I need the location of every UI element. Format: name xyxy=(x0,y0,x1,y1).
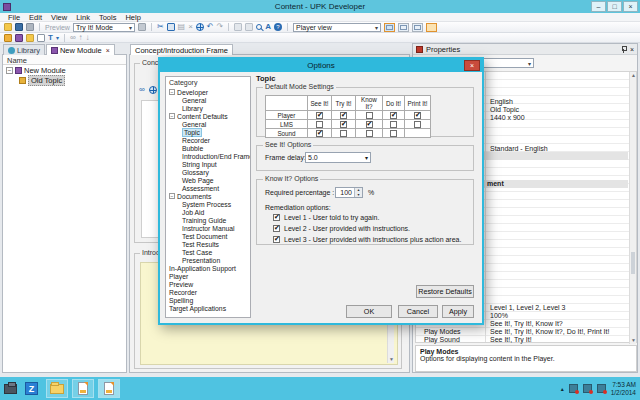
menu-view[interactable]: View xyxy=(51,13,67,22)
delete-icon[interactable]: × xyxy=(188,23,193,31)
category-item[interactable]: System Process xyxy=(169,200,250,208)
required-percentage-stepper[interactable]: 100 ▴▾ xyxy=(335,187,363,198)
scroll-down-icon[interactable]: ▼ xyxy=(388,356,395,363)
copy-icon[interactable] xyxy=(167,23,175,31)
checkbox-player-know-it[interactable] xyxy=(366,112,373,119)
restore-defaults-button[interactable]: Restore Defaults xyxy=(416,285,474,298)
dialog-close-button[interactable]: × xyxy=(464,60,480,71)
remediation-level-3[interactable]: Level 3 - User provided with instruction… xyxy=(273,236,461,243)
category-item[interactable]: Instructor Manual xyxy=(169,224,250,232)
category-item[interactable]: Introduction/End Frame xyxy=(169,152,250,160)
menu-help[interactable]: Help xyxy=(125,13,140,22)
save-icon[interactable] xyxy=(15,23,23,31)
property-value[interactable]: See It!, Try It!, Know It?, Do It!, Prin… xyxy=(490,328,609,335)
category-item[interactable]: General xyxy=(169,96,250,104)
ok-button[interactable]: OK xyxy=(346,305,392,318)
category-item-selected[interactable]: Topic xyxy=(169,128,250,136)
category-item[interactable]: −Content Defaults xyxy=(169,112,250,120)
property-value[interactable]: Standard - English xyxy=(490,145,548,152)
tray-status-icon-3[interactable] xyxy=(597,384,606,393)
property-value[interactable]: See It!, Try It!, Know It? xyxy=(490,320,563,327)
category-item[interactable]: Test Document xyxy=(169,232,250,240)
minimize-button[interactable]: – xyxy=(591,1,606,12)
scrollbar-thumb[interactable] xyxy=(631,252,635,274)
checkbox-sound-see-it[interactable] xyxy=(316,130,323,137)
tray-status-icon-2[interactable] xyxy=(583,384,592,393)
checkbox-level-3[interactable] xyxy=(273,236,280,243)
move-up-icon[interactable]: ↑ xyxy=(79,34,83,42)
frame-delay-select[interactable]: 5.0 ▾ xyxy=(305,152,371,163)
chevron-down-icon[interactable]: ▾ xyxy=(56,34,59,42)
tray-expand-icon[interactable]: ▴ xyxy=(561,385,564,392)
category-item[interactable]: Bubble xyxy=(169,144,250,152)
tab-new-module[interactable]: New Module × xyxy=(46,44,115,55)
stepper-arrows[interactable]: ▴▾ xyxy=(354,188,362,197)
taskbar-document-1[interactable] xyxy=(72,379,94,398)
category-item[interactable]: String Input xyxy=(169,160,250,168)
tab-library[interactable]: Library xyxy=(3,44,45,55)
new-module-icon[interactable] xyxy=(15,34,23,42)
maximize-button[interactable]: □ xyxy=(607,1,622,12)
scroll-down-icon[interactable]: ▼ xyxy=(630,337,637,344)
menu-tools[interactable]: Tools xyxy=(99,13,117,22)
concept-link-icon[interactable]: ∞ xyxy=(139,86,145,94)
property-value[interactable]: 100% xyxy=(490,312,508,319)
property-name[interactable]: Play Modes xyxy=(424,328,461,335)
checkbox-level-2[interactable] xyxy=(273,225,280,232)
start-button[interactable] xyxy=(4,379,17,398)
concept-globe-icon[interactable] xyxy=(149,86,157,94)
help-icon[interactable]: ? xyxy=(274,23,282,31)
category-item[interactable]: Player xyxy=(169,272,250,280)
collapse-icon[interactable]: − xyxy=(169,193,175,199)
checkbox-sound-know-it[interactable] xyxy=(366,130,373,137)
category-item[interactable]: Test Results xyxy=(169,240,250,248)
category-tree[interactable]: Category −Developer General Library −Con… xyxy=(165,76,251,318)
cancel-button[interactable]: Cancel xyxy=(398,305,438,318)
checkbox-player-see-it[interactable] xyxy=(316,112,323,119)
dialog-titlebar[interactable]: Options × xyxy=(160,59,482,72)
property-value[interactable]: Old Topic xyxy=(490,106,519,113)
document-properties-icon[interactable] xyxy=(37,34,45,42)
redo-icon[interactable]: ↷ xyxy=(217,23,224,31)
property-name[interactable]: Play Sound xyxy=(424,336,460,343)
open-folder-icon[interactable] xyxy=(4,23,12,31)
category-item[interactable]: Training Guide xyxy=(169,216,250,224)
tree-item-new-module[interactable]: − New Module xyxy=(3,65,126,75)
preview-pane-toggle-icon[interactable] xyxy=(426,23,437,32)
category-item[interactable]: −Documents xyxy=(169,192,250,200)
property-value[interactable]: See It!, Try It! xyxy=(490,336,532,343)
globe-icon[interactable] xyxy=(196,23,204,31)
category-item[interactable]: Recorder xyxy=(169,288,250,296)
player-view-select[interactable]: Player view ▾ xyxy=(293,23,381,32)
panel-close-icon[interactable]: × xyxy=(630,46,634,53)
view-outline-icon[interactable] xyxy=(384,23,395,32)
cut-icon[interactable]: ✂ xyxy=(157,23,164,31)
checkbox-sound-try-it[interactable] xyxy=(340,130,347,137)
find-icon[interactable] xyxy=(256,24,262,30)
checkbox-lms-see-it[interactable] xyxy=(316,121,323,128)
menu-file[interactable]: File xyxy=(8,13,20,22)
close-button[interactable]: × xyxy=(623,1,638,12)
category-item[interactable]: −Developer xyxy=(169,88,250,96)
collapse-all-icon[interactable] xyxy=(245,23,253,31)
tree-item-old-topic[interactable]: Old Topic xyxy=(3,75,126,85)
checkbox-level-1[interactable] xyxy=(273,214,280,221)
filter-icon[interactable]: T xyxy=(48,34,53,42)
grid-column-divider[interactable] xyxy=(485,72,486,342)
paste-icon[interactable]: ▤ xyxy=(178,23,186,31)
properties-scrollbar[interactable]: ▲ ▼ xyxy=(629,72,636,344)
category-item[interactable]: Target Applications xyxy=(169,304,250,312)
checkbox-lms-print-it[interactable] xyxy=(414,121,421,128)
category-item[interactable]: Test Case xyxy=(169,248,250,256)
checkbox-lms-know-it[interactable] xyxy=(366,121,373,128)
checkbox-player-try-it[interactable] xyxy=(340,112,347,119)
taskbar-z-app[interactable]: Z xyxy=(25,379,38,398)
move-down-icon[interactable]: ↓ xyxy=(86,34,90,42)
property-value[interactable]: English xyxy=(490,98,513,105)
checkbox-player-do-it[interactable] xyxy=(390,112,397,119)
taskbar-document-2[interactable] xyxy=(98,379,120,398)
link-icon[interactable]: ∞ xyxy=(70,34,76,42)
checkbox-player-print-it[interactable] xyxy=(414,112,421,119)
view-vertical-split-icon[interactable] xyxy=(412,23,423,32)
category-item[interactable]: Glossary xyxy=(169,168,250,176)
